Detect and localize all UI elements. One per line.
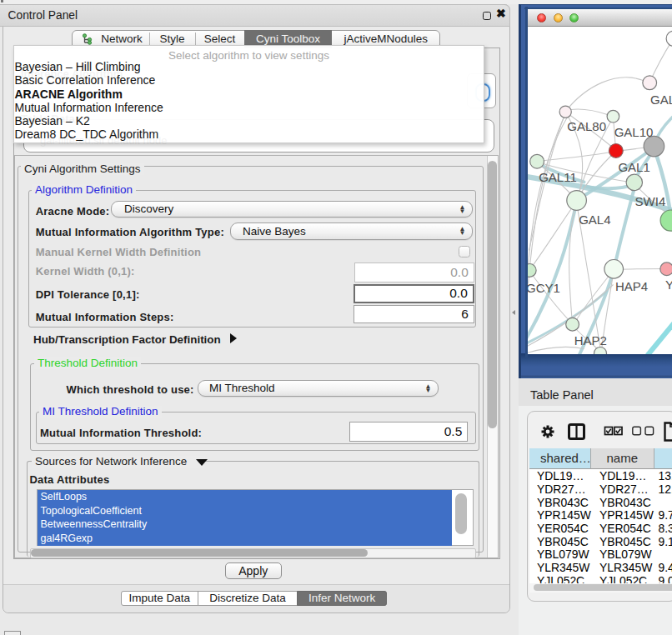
svg-text:HAP4: HAP4	[615, 278, 648, 292]
svg-text:GAL10: GAL10	[614, 125, 653, 139]
svg-text:GAL80: GAL80	[567, 118, 606, 132]
svg-text:GAL4: GAL4	[579, 212, 610, 227]
svg-text:GAL7: GAL7	[650, 92, 672, 106]
svg-text:YM: YM	[665, 277, 672, 291]
svg-text:GCY1: GCY1	[528, 280, 560, 294]
svg-text:HAP2: HAP2	[574, 333, 606, 348]
svg-text:GAL11: GAL11	[539, 170, 577, 184]
svg-text:GAL1: GAL1	[618, 160, 649, 174]
svg-text:SWI4: SWI4	[634, 194, 665, 208]
